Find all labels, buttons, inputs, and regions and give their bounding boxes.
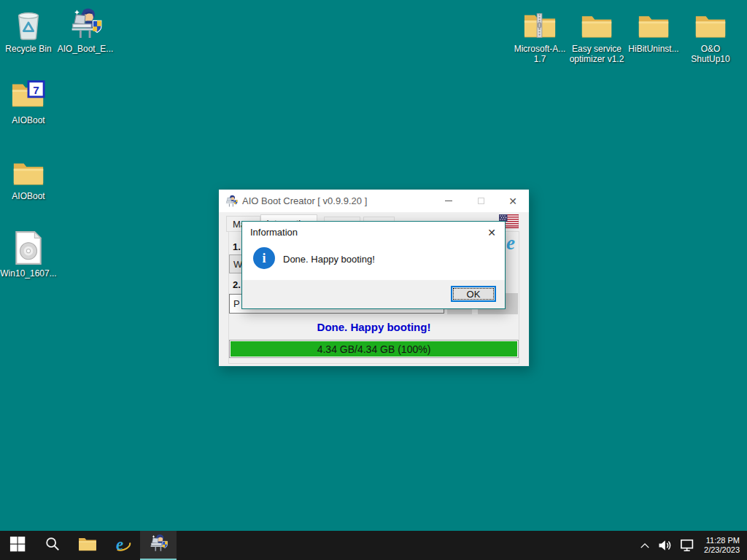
desktop-icon-label: Easy serviceoptimizer v1.2: [568, 44, 625, 64]
folder-icon: [581, 12, 613, 41]
progress-label: 4.34 GB/4.34 GB (100%): [317, 343, 431, 355]
desktop-icon-label: Microsoft-A...1.7: [511, 44, 568, 64]
dialog-titlebar[interactable]: Information: [242, 222, 505, 243]
taskbar: 11:28 PM 2/23/2023: [0, 531, 747, 560]
recycle-bin-icon: [14, 9, 43, 41]
tray-chevron-up-icon[interactable]: [640, 542, 650, 549]
maximize-button[interactable]: [465, 190, 497, 212]
desktop-icon-easy-service-optimizer[interactable]: Easy serviceoptimizer v1.2: [568, 4, 625, 64]
ie-icon: [113, 534, 132, 556]
file-explorer-button[interactable]: [70, 531, 105, 560]
zip-folder-icon: [523, 10, 557, 41]
desktop-icon-oo-shutup10[interactable]: O&OShutUp10: [682, 4, 739, 64]
folder-7-badge-icon: [11, 76, 46, 112]
close-button[interactable]: ✕: [497, 190, 529, 212]
aio-mascot-icon: [149, 534, 168, 556]
tray-speaker-icon[interactable]: [657, 538, 672, 553]
dialog-close-button[interactable]: ✕: [479, 222, 505, 243]
desktop-icon-microsoft-a[interactable]: Microsoft-A...1.7: [511, 4, 568, 64]
clock-date: 2/23/2023: [704, 545, 740, 554]
desktop: { "colors": { "desktop_bg": "#008080", "…: [0, 0, 747, 560]
desktop-icon-aio-boot-exe[interactable]: AIO_Boot_E...: [57, 4, 114, 54]
progress-bar: 4.34 GB/4.34 GB (100%): [229, 340, 519, 358]
desktop-icon-aioboot-folder[interactable]: AIOBoot: [0, 152, 57, 201]
aio-boot-taskbar-button[interactable]: [140, 531, 177, 560]
windows-logo-icon: [9, 536, 26, 555]
folder-icon: [694, 12, 727, 41]
dialog-footer: OK: [242, 280, 505, 308]
folder-icon: [78, 536, 97, 555]
ok-button[interactable]: OK: [451, 286, 496, 302]
aio-mascot-icon: [69, 7, 102, 41]
desktop-icon-win10-iso[interactable]: Win10_1607...: [0, 229, 57, 279]
dialog-body: i Done. Happy booting!: [242, 243, 505, 281]
desktop-icon-label: Win10_1607...: [0, 268, 57, 279]
desktop-icon-label: O&OShutUp10: [682, 44, 739, 64]
search-icon: [44, 536, 61, 555]
desktop-icon-aioboot-app[interactable]: AIOBoot: [0, 76, 57, 125]
desktop-icon-recycle-bin[interactable]: Recycle Bin: [0, 4, 57, 54]
disc-image-icon: [15, 230, 42, 265]
minimize-icon: [445, 201, 452, 201]
info-icon: i: [253, 247, 275, 269]
window-title: AIO Boot Creator [ v0.9.9.20 ]: [242, 195, 367, 206]
minimize-button[interactable]: [433, 190, 465, 212]
desktop-icon-label: AIOBoot: [0, 115, 57, 125]
tray-network-icon[interactable]: [679, 538, 697, 553]
internet-explorer-button[interactable]: [105, 531, 140, 560]
dialog-title: Information: [250, 227, 298, 238]
folder-icon: [12, 159, 44, 188]
desktop-icon-label: AIO_Boot_E...: [57, 44, 114, 54]
clock-time: 11:28 PM: [706, 536, 740, 545]
progress-fill: 4.34 GB/4.34 GB (100%): [231, 341, 517, 357]
taskbar-clock[interactable]: 11:28 PM 2/23/2023: [704, 536, 740, 555]
status-text: Done. Happy booting!: [219, 321, 529, 333]
maximize-icon: [478, 198, 484, 204]
dialog-message: Done. Happy booting!: [283, 254, 375, 265]
desktop-icon-label: Recycle Bin: [0, 44, 57, 54]
desktop-icon-label: AIOBoot: [0, 191, 57, 201]
desktop-icon-label: HiBitUninst...: [625, 44, 682, 54]
close-icon: ✕: [487, 227, 496, 238]
folder-icon: [638, 12, 670, 41]
desktop-icon-hibit-uninstaller[interactable]: HiBitUninst...: [625, 4, 682, 54]
ie-logo-icon: e: [506, 232, 524, 254]
app-icon: [225, 195, 238, 208]
close-icon: ✕: [508, 195, 517, 207]
search-button[interactable]: [35, 531, 70, 560]
start-button[interactable]: [0, 531, 35, 560]
information-dialog: Information ✕ i Done. Happy booting! OK: [241, 221, 506, 309]
